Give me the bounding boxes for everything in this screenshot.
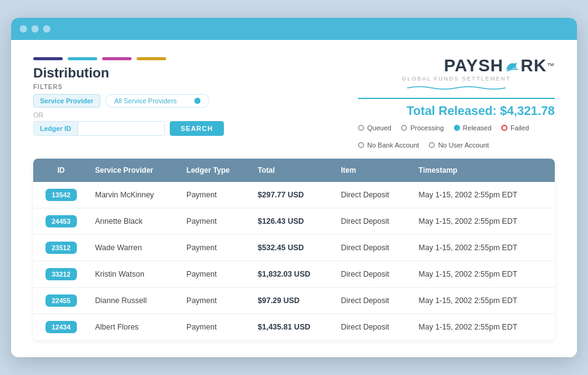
- cell-ledger-type-0: Payment: [180, 182, 252, 208]
- ledger-label: Ledger ID: [34, 122, 78, 135]
- cell-total-5: $1,435.81 USD: [252, 314, 335, 341]
- page-title: Distribution: [33, 65, 340, 81]
- logo-pay: PAY: [444, 57, 479, 74]
- or-label: OR: [33, 111, 340, 119]
- table-row[interactable]: 23512 Wade Warren Payment $532.45 USD Di…: [33, 235, 555, 261]
- cell-provider-3: Kristin Watson: [89, 261, 181, 288]
- col-item: Item: [335, 159, 412, 182]
- page-content: Distribution FILTERS Service Provider Al…: [11, 40, 577, 357]
- ledger-input-wrap: Ledger ID: [33, 121, 165, 136]
- cell-id-2: 23512: [33, 235, 89, 261]
- released-label: Released: [463, 124, 491, 132]
- browser-bar: [11, 18, 577, 40]
- total-released-label: Total Released:: [407, 104, 496, 117]
- cell-id-1: 24453: [33, 208, 89, 235]
- table-header-row: ID Service Provider Ledger Type Total It…: [33, 159, 555, 182]
- cell-ledger-type-1: Payment: [180, 208, 252, 235]
- legend-released: Released: [454, 124, 491, 132]
- cell-timestamp-0: May 1-15, 2002 2:55pm EDT: [413, 182, 555, 208]
- cell-item-0: Direct Deposit: [335, 182, 412, 208]
- logo-rk: RK: [521, 57, 547, 74]
- id-badge-2: 23512: [46, 242, 77, 254]
- no-bank-label: No Bank Account: [367, 141, 419, 149]
- logo-subtitle: GLOBAL FUNDS SETTLEMENT: [358, 76, 555, 82]
- cell-provider-5: Albert Flores: [89, 314, 181, 341]
- service-provider-dropdown[interactable]: All Service Providers: [105, 94, 210, 108]
- table-row[interactable]: 12434 Albert Flores Payment $1,435.81 US…: [33, 314, 555, 341]
- main-split: Distribution FILTERS Service Provider Al…: [33, 57, 555, 149]
- ledger-row: Ledger ID SEARCH: [33, 121, 340, 136]
- cell-provider-1: Annette Black: [89, 208, 181, 235]
- left-panel: Distribution FILTERS Service Provider Al…: [33, 57, 340, 141]
- col-provider: Service Provider: [89, 159, 181, 182]
- id-badge-4: 22455: [46, 294, 77, 307]
- cell-total-0: $297.77 USD: [252, 182, 335, 208]
- cell-id-5: 12434: [33, 314, 89, 341]
- queued-label: Queued: [367, 124, 391, 132]
- logo-wave: [358, 85, 555, 90]
- legend-processing: Processing: [401, 124, 443, 132]
- cell-timestamp-2: May 1-15, 2002 2:55pm EDT: [413, 235, 555, 261]
- cell-item-4: Direct Deposit: [335, 288, 412, 314]
- total-released: Total Released: $4,321.78: [358, 98, 555, 118]
- cell-timestamp-3: May 1-15, 2002 2:55pm EDT: [413, 261, 555, 288]
- logo-sh: SH: [479, 57, 504, 74]
- id-badge-0: 13542: [46, 189, 77, 201]
- id-badge-1: 24453: [46, 215, 77, 227]
- total-released-value: $4,321.78: [500, 104, 555, 117]
- id-badge-3: 33212: [46, 268, 77, 280]
- status-legend: Queued Processing Released Failed: [358, 124, 555, 149]
- color-bar-4: [137, 57, 166, 60]
- no-user-dot: [429, 142, 435, 148]
- browser-dot-1: [20, 25, 27, 33]
- filters-label: FILTERS: [33, 84, 340, 90]
- service-provider-tag: Service Provider: [33, 94, 100, 108]
- no-bank-dot: [358, 142, 364, 148]
- cell-total-1: $126.43 USD: [252, 208, 335, 235]
- cell-item-1: Direct Deposit: [335, 208, 412, 235]
- browser-dot-2: [31, 25, 39, 33]
- col-total: Total: [252, 159, 335, 182]
- no-user-label: No User Account: [438, 141, 489, 149]
- cell-item-5: Direct Deposit: [335, 314, 412, 341]
- processing-dot: [401, 125, 407, 131]
- released-dot: [454, 125, 460, 131]
- browser-window: Distribution FILTERS Service Provider Al…: [11, 18, 577, 357]
- cell-item-3: Direct Deposit: [335, 261, 412, 288]
- table-row[interactable]: 13542 Marvin McKinney Payment $297.77 US…: [33, 182, 555, 208]
- color-bars: [33, 57, 340, 60]
- col-timestamp: Timestamp: [413, 159, 555, 182]
- id-badge-5: 12434: [46, 321, 77, 333]
- cell-total-2: $532.45 USD: [252, 235, 335, 261]
- cell-total-3: $1,832.03 USD: [252, 261, 335, 288]
- cell-ledger-type-2: Payment: [180, 235, 252, 261]
- cell-id-0: 13542: [33, 182, 89, 208]
- filter-service-provider-row: Service Provider All Service Providers: [33, 94, 340, 108]
- legend-queued: Queued: [358, 124, 391, 132]
- cell-item-2: Direct Deposit: [335, 235, 412, 261]
- color-bar-2: [68, 57, 97, 60]
- dropdown-dot: [194, 98, 201, 104]
- cell-provider-4: Dianne Russell: [89, 288, 181, 314]
- legend-failed: Failed: [501, 124, 529, 132]
- col-ledger-type: Ledger Type: [180, 159, 252, 182]
- search-button[interactable]: SEARCH: [170, 121, 224, 136]
- right-panel: PAY SH RK ™ GLOBAL FUNDS SETTLEMENT: [358, 57, 555, 149]
- processing-label: Processing: [410, 124, 443, 132]
- queued-dot: [358, 125, 364, 131]
- cell-timestamp-4: May 1-15, 2002 2:55pm EDT: [413, 288, 555, 314]
- filters-section: FILTERS Service Provider All Service Pro…: [33, 84, 340, 136]
- logo-area: PAY SH RK ™ GLOBAL FUNDS SETTLEMENT: [358, 57, 555, 93]
- table-row[interactable]: 24453 Annette Black Payment $126.43 USD …: [33, 208, 555, 235]
- legend-no-user: No User Account: [429, 141, 489, 149]
- table-row[interactable]: 33212 Kristin Watson Payment $1,832.03 U…: [33, 261, 555, 288]
- cell-provider-0: Marvin McKinney: [89, 182, 181, 208]
- logo-tm: ™: [547, 62, 555, 69]
- ledger-input[interactable]: [78, 122, 164, 135]
- table-row[interactable]: 22455 Dianne Russell Payment $97.29 USD …: [33, 288, 555, 314]
- failed-label: Failed: [511, 124, 529, 132]
- cell-ledger-type-5: Payment: [180, 314, 252, 341]
- cell-id-4: 22455: [33, 288, 89, 314]
- browser-dot-3: [43, 25, 50, 33]
- failed-dot: [501, 125, 507, 131]
